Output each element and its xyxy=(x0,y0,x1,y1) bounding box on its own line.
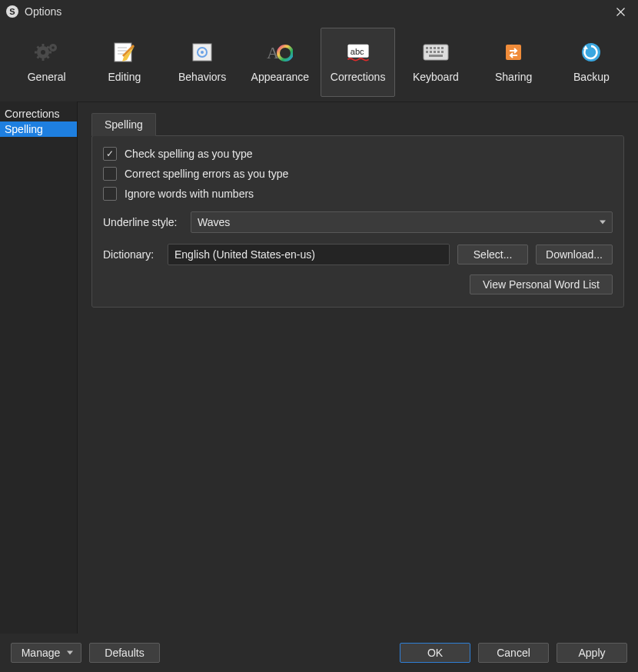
dictionary-label: Dictionary: xyxy=(103,248,160,261)
svg-point-11 xyxy=(52,46,55,49)
svg-rect-33 xyxy=(434,51,436,53)
toolbar-item-corrections[interactable]: abc Corrections xyxy=(321,28,395,97)
sidebar: Corrections Spelling xyxy=(0,101,78,634)
backup-icon xyxy=(578,42,604,63)
svg-text:abc: abc xyxy=(350,47,364,56)
appearance-icon: A xyxy=(267,42,293,63)
spelling-panel: Check spelling as you type Correct spell… xyxy=(91,135,624,308)
toolbar-item-label: Behaviors xyxy=(178,71,226,83)
apply-button[interactable]: Apply xyxy=(557,643,627,663)
svg-rect-30 xyxy=(441,47,444,49)
svg-rect-34 xyxy=(437,51,440,53)
app-icon: S xyxy=(6,5,18,18)
corrections-icon: abc xyxy=(345,42,371,63)
svg-rect-37 xyxy=(506,45,521,60)
keyboard-icon xyxy=(423,42,449,63)
svg-rect-27 xyxy=(430,47,432,49)
svg-rect-32 xyxy=(430,51,432,53)
footer: Manage Defaults OK Cancel Apply xyxy=(0,634,638,672)
close-icon xyxy=(616,8,625,16)
manage-button[interactable]: Manage xyxy=(11,643,81,663)
ignore-numbers-label[interactable]: Ignore words with numbers xyxy=(125,188,254,200)
svg-rect-31 xyxy=(426,51,428,53)
check-spelling-checkbox[interactable] xyxy=(103,147,117,161)
ignore-numbers-checkbox[interactable] xyxy=(103,187,117,201)
toolbar-item-label: Keyboard xyxy=(413,71,459,83)
underline-style-value: Waves xyxy=(198,216,230,228)
close-button[interactable] xyxy=(603,0,638,23)
title-bar: S Options xyxy=(0,0,638,23)
sharing-icon xyxy=(500,42,527,63)
sidebar-item-corrections[interactable]: Corrections xyxy=(0,106,77,121)
toolbar-item-editing[interactable]: Editing xyxy=(87,28,161,97)
svg-line-8 xyxy=(37,56,38,58)
sidebar-item-spelling[interactable]: Spelling xyxy=(0,121,77,137)
download-dictionary-button[interactable]: Download... xyxy=(536,245,613,264)
behaviors-icon xyxy=(189,42,215,63)
svg-line-6 xyxy=(37,47,38,48)
underline-style-label: Underline style: xyxy=(103,216,183,228)
tab-spelling[interactable]: Spelling xyxy=(91,113,156,136)
ok-button[interactable]: OK xyxy=(400,643,470,663)
toolbar-item-label: Backup xyxy=(573,71,610,83)
svg-point-1 xyxy=(41,50,45,55)
view-personal-word-list-button[interactable]: View Personal Word List xyxy=(470,274,613,294)
underline-style-select[interactable]: Waves xyxy=(191,211,613,233)
svg-rect-29 xyxy=(437,47,440,49)
gears-icon xyxy=(34,42,60,63)
toolbar-item-label: Sharing xyxy=(495,71,532,83)
editing-icon xyxy=(111,42,138,63)
content-area: Spelling Check spelling as you type Corr… xyxy=(78,101,638,634)
chevron-down-icon xyxy=(600,221,606,225)
toolbar-item-backup[interactable]: Backup xyxy=(554,28,629,97)
svg-rect-36 xyxy=(429,55,443,57)
cancel-button[interactable]: Cancel xyxy=(478,643,549,663)
toolbar-item-label: Appearance xyxy=(251,71,310,83)
select-dictionary-button[interactable]: Select... xyxy=(457,245,528,264)
svg-rect-28 xyxy=(434,47,436,49)
defaults-button[interactable]: Defaults xyxy=(89,643,160,663)
correct-spelling-label[interactable]: Correct spelling errors as you type xyxy=(125,168,288,180)
toolbar-item-keyboard[interactable]: Keyboard xyxy=(398,28,473,97)
svg-line-7 xyxy=(47,56,48,58)
toolbar-item-label: Editing xyxy=(108,71,141,83)
toolbar-item-sharing[interactable]: Sharing xyxy=(477,28,551,97)
toolbar-item-appearance[interactable]: A Appearance xyxy=(243,28,317,97)
toolbar-item-behaviors[interactable]: Behaviors xyxy=(165,28,240,97)
svg-point-20 xyxy=(201,51,204,54)
toolbar-item-general[interactable]: General xyxy=(9,28,84,97)
svg-rect-26 xyxy=(426,47,428,49)
check-spelling-label[interactable]: Check spelling as you type xyxy=(125,148,253,160)
correct-spelling-checkbox[interactable] xyxy=(103,167,117,181)
svg-rect-35 xyxy=(441,51,444,53)
svg-point-22 xyxy=(278,46,292,60)
dictionary-value: English (United States-en-us) xyxy=(174,248,315,261)
dictionary-field[interactable]: English (United States-en-us) xyxy=(168,244,450,265)
toolbar-item-label: Corrections xyxy=(331,71,386,83)
toolbar-item-label: General xyxy=(28,71,66,83)
window-title: Options xyxy=(25,5,61,18)
svg-line-9 xyxy=(47,47,48,48)
category-toolbar: General Editing Behaviors xyxy=(0,23,638,102)
